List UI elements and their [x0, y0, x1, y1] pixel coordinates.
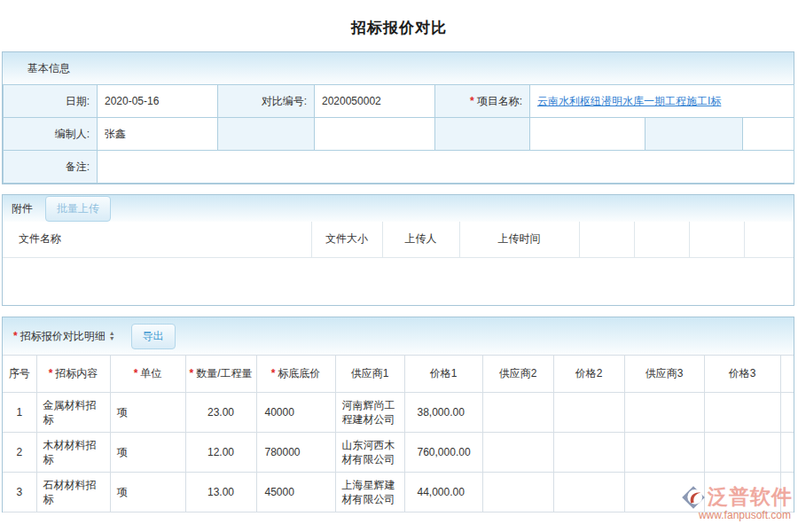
col-supplier2: 供应商2 — [482, 356, 553, 393]
detail-header-row: 序号 *招标内容 *单位 *数量/工程量 *标底底价 供应商1 价格1 供应商2… — [3, 356, 794, 393]
cell-price1: 760,000.00 — [404, 433, 482, 473]
col-unit: *单位 — [110, 356, 185, 393]
cell-base-price: 45000 — [256, 473, 335, 512]
empty-column-header — [634, 222, 689, 257]
cell-seq: 1 — [3, 393, 36, 433]
cell-extra — [780, 393, 794, 433]
cell-price3 — [704, 393, 780, 433]
empty-value-cell — [530, 118, 645, 151]
remark-label: 备注: — [4, 151, 98, 184]
cell-supplier3 — [624, 393, 704, 433]
empty-value-cell — [315, 118, 435, 151]
required-asterisk: * — [134, 367, 138, 379]
date-label: 日期: — [4, 85, 98, 118]
col-quantity: *数量/工程量 — [185, 356, 256, 393]
page-title: 招标报价对比 — [0, 18, 798, 38]
author-label: 编制人: — [4, 118, 98, 151]
col-extra — [780, 356, 794, 393]
brand-name: 泛普软件 — [708, 483, 793, 511]
basic-info-table: 日期: 2020-05-16 对比编号: 2020050002 *项目名称: 云… — [3, 84, 794, 184]
cell-seq: 3 — [3, 473, 36, 512]
project-name-link[interactable]: 云南水利枢纽潜明水库一期工程施工I标 — [537, 95, 721, 107]
col-seq: 序号 — [3, 356, 36, 393]
cell-price2 — [553, 433, 624, 473]
col-price1: 价格1 — [404, 356, 482, 393]
batch-upload-button[interactable]: 批量上传 — [45, 196, 111, 222]
upload-time-column-header: 上传时间 — [459, 222, 579, 257]
compare-no-value: 2020050002 — [315, 85, 435, 118]
cell-price1: 38,000.00 — [404, 393, 482, 433]
detail-header: * 招标报价对比明细 ▲▼ 导出 — [3, 317, 794, 355]
file-name-column-header: 文件名称 — [3, 222, 311, 257]
empty-column-header — [744, 222, 794, 257]
required-asterisk: * — [470, 95, 474, 107]
author-value: 张鑫 — [98, 118, 218, 151]
attachments-header: 附件 批量上传 — [3, 195, 794, 222]
cell-seq: 2 — [3, 433, 36, 473]
cell-price1: 44,000.00 — [404, 473, 482, 512]
attachments-section: 附件 批量上传 文件名称 文件大小 上传人 上传时间 — [2, 194, 794, 306]
cell-price2 — [553, 393, 624, 433]
cell-unit: 项 — [110, 433, 185, 473]
cell-supplier1: 上海星辉建材有限公司 — [335, 473, 404, 512]
basic-info-section: 基本信息 日期: 2020-05-16 对比编号: 2020050002 *项目… — [2, 51, 794, 184]
cell-extra — [780, 433, 794, 473]
cell-unit: 项 — [110, 473, 185, 512]
required-asterisk: * — [13, 330, 18, 342]
basic-info-section-title: 基本信息 — [27, 61, 70, 76]
brand-logo-icon — [681, 485, 706, 510]
empty-value-cell — [743, 118, 794, 151]
project-label: *项目名称: — [435, 85, 530, 118]
required-asterisk: * — [49, 367, 53, 379]
export-button[interactable]: 导出 — [131, 324, 176, 349]
cell-supplier1: 山东河西木材有限公司 — [335, 433, 404, 473]
detail-section-title: 招标报价对比明细 — [20, 329, 106, 344]
cell-content: 金属材料招标 — [36, 393, 110, 433]
cell-quantity: 13.00 — [185, 473, 256, 512]
cell-supplier2 — [482, 473, 553, 512]
empty-label-cell — [218, 118, 315, 151]
uploader-column-header: 上传人 — [382, 222, 459, 257]
col-price3: 价格3 — [704, 356, 780, 393]
cell-content: 石材材料招标 — [36, 473, 110, 512]
file-size-column-header: 文件大小 — [311, 222, 382, 257]
cell-supplier3 — [624, 433, 704, 473]
cell-quantity: 12.00 — [185, 433, 256, 473]
brand-watermark: 泛普软件 www.fanpusoft.com — [651, 483, 793, 521]
cell-content: 木材材料招标 — [36, 433, 110, 473]
table-row: 2 木材材料招标 项 12.00 780000 山东河西木材有限公司 760,0… — [3, 433, 794, 473]
col-supplier1: 供应商1 — [335, 356, 404, 393]
empty-label-cell — [435, 118, 530, 151]
attachments-section-title: 附件 — [12, 201, 33, 216]
required-asterisk: * — [190, 367, 194, 379]
brand-url: www.fanpusoft.com — [651, 509, 793, 521]
attachments-table: 文件名称 文件大小 上传人 上传时间 — [3, 222, 794, 258]
cell-supplier1: 河南辉尚工程建材公司 — [335, 393, 404, 433]
cell-supplier2 — [482, 393, 553, 433]
empty-column-header — [689, 222, 744, 257]
required-asterisk: * — [271, 367, 276, 379]
basic-info-header: 基本信息 — [3, 52, 794, 84]
compare-no-label: 对比编号: — [218, 85, 315, 118]
cell-base-price: 780000 — [256, 433, 335, 473]
cell-supplier2 — [482, 433, 553, 473]
col-base-price: *标底底价 — [256, 356, 335, 393]
date-value: 2020-05-16 — [98, 85, 218, 118]
col-content: *招标内容 — [36, 356, 110, 393]
col-price2: 价格2 — [553, 356, 624, 393]
cell-unit: 项 — [110, 393, 185, 433]
cell-price3 — [704, 433, 780, 473]
col-supplier3: 供应商3 — [624, 356, 704, 393]
empty-column-header — [579, 222, 634, 257]
cell-price2 — [553, 473, 624, 512]
empty-label-cell — [645, 118, 743, 151]
cell-quantity: 23.00 — [185, 393, 256, 433]
sort-spinner-icon[interactable]: ▲▼ — [109, 331, 115, 341]
project-value-cell: 云南水利枢纽潜明水库一期工程施工I标 — [530, 85, 794, 118]
cell-base-price: 40000 — [256, 393, 335, 433]
remark-value — [98, 151, 794, 184]
table-row: 1 金属材料招标 项 23.00 40000 河南辉尚工程建材公司 38,000… — [3, 393, 794, 433]
